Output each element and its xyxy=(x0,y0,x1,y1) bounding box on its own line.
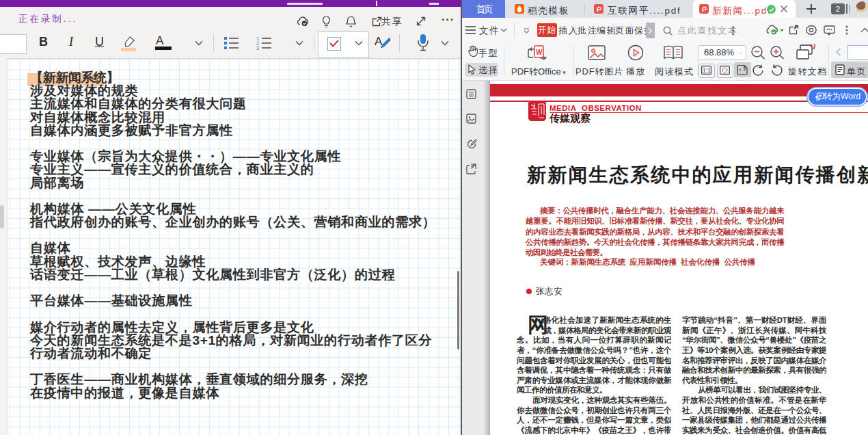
svg-text:1:1: 1:1 xyxy=(703,67,711,74)
svg-text:1: 1 xyxy=(256,36,259,41)
svg-text:2: 2 xyxy=(256,41,259,46)
svg-text:W: W xyxy=(536,49,543,56)
svg-text:3: 3 xyxy=(256,46,259,50)
